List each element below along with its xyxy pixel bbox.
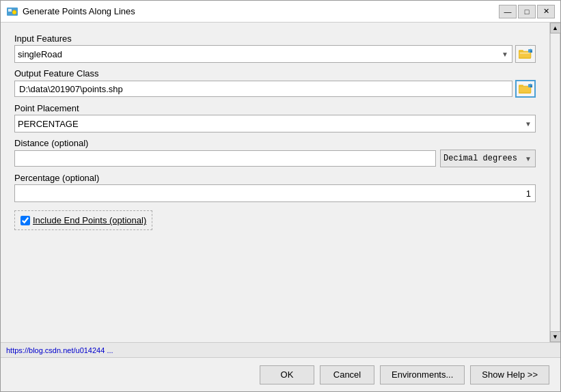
input-features-select-wrapper: singleRoad bbox=[14, 45, 512, 63]
folder-save-icon bbox=[519, 83, 532, 94]
cancel-button[interactable]: Cancel bbox=[320, 365, 374, 384]
percentage-label: Percentage (optional) bbox=[14, 173, 536, 183]
window-controls: — □ ✕ bbox=[499, 5, 555, 18]
output-feature-class-row bbox=[14, 80, 536, 98]
include-end-points-label[interactable]: Include End Points (optional) bbox=[33, 215, 146, 225]
scroll-down-button[interactable]: ▼ bbox=[550, 331, 561, 342]
point-placement-select-wrapper: PERCENTAGE DISTANCE bbox=[14, 115, 536, 132]
status-bar: https://blog.csdn.net/u014244 ... bbox=[1, 342, 560, 357]
folder-open-icon bbox=[519, 48, 532, 59]
input-features-section: Input Features singleRoad bbox=[14, 33, 536, 63]
spacer bbox=[14, 236, 536, 331]
svg-marker-10 bbox=[530, 51, 532, 53]
show-help-button[interactable]: Show Help >> bbox=[470, 365, 549, 384]
window-title: Generate Points Along Lines bbox=[23, 6, 499, 16]
title-bar: Generate Points Along Lines — □ ✕ bbox=[1, 1, 560, 23]
minimize-button[interactable]: — bbox=[499, 5, 517, 18]
distance-section: Distance (optional) Decimal degrees Mete… bbox=[14, 138, 536, 167]
environments-button[interactable]: Environments... bbox=[380, 365, 465, 384]
input-features-row: singleRoad bbox=[14, 45, 536, 63]
output-feature-class-folder-button[interactable] bbox=[515, 80, 536, 98]
output-feature-class-label: Output Feature Class bbox=[14, 68, 536, 79]
percentage-section: Percentage (optional) bbox=[14, 173, 536, 202]
svg-point-2 bbox=[12, 10, 16, 14]
window-icon bbox=[6, 5, 18, 18]
scroll-track[interactable] bbox=[550, 33, 560, 331]
point-placement-label: Point Placement bbox=[14, 103, 536, 113]
window-body: Input Features singleRoad bbox=[1, 23, 560, 342]
scrollbar: ▲ ▼ bbox=[549, 23, 560, 342]
scroll-up-button[interactable]: ▲ bbox=[550, 23, 561, 33]
point-placement-select[interactable]: PERCENTAGE DISTANCE bbox=[14, 115, 536, 132]
input-features-select[interactable]: singleRoad bbox=[14, 45, 512, 63]
svg-rect-1 bbox=[8, 9, 12, 12]
percentage-input[interactable] bbox=[14, 184, 536, 202]
status-url: https://blog.csdn.net/u014244 ... bbox=[6, 346, 113, 354]
maximize-button[interactable]: □ bbox=[518, 5, 536, 18]
close-button[interactable]: ✕ bbox=[537, 5, 555, 18]
include-end-points-row: Include End Points (optional) bbox=[14, 210, 152, 230]
unit-select-wrapper: Decimal degrees Meters Feet Kilometers M… bbox=[440, 150, 536, 167]
bottom-area: https://blog.csdn.net/u014244 ... OK Can… bbox=[1, 342, 560, 391]
main-window: Generate Points Along Lines — □ ✕ Input … bbox=[0, 0, 561, 392]
input-features-folder-button[interactable] bbox=[515, 45, 536, 63]
point-placement-section: Point Placement PERCENTAGE DISTANCE bbox=[14, 103, 536, 132]
distance-row: Decimal degrees Meters Feet Kilometers M… bbox=[14, 150, 536, 167]
output-feature-class-input[interactable] bbox=[14, 81, 512, 97]
output-feature-class-section: Output Feature Class bbox=[14, 68, 536, 98]
main-content: Input Features singleRoad bbox=[1, 23, 549, 342]
distance-label: Distance (optional) bbox=[14, 138, 536, 148]
svg-rect-7 bbox=[520, 53, 530, 54]
svg-marker-16 bbox=[530, 85, 532, 87]
scroll-up-arrow: ▲ bbox=[552, 25, 558, 31]
ok-button[interactable]: OK bbox=[260, 365, 314, 384]
footer: OK Cancel Environments... Show Help >> bbox=[1, 357, 560, 391]
input-features-label: Input Features bbox=[14, 33, 536, 44]
include-end-points-checkbox[interactable] bbox=[20, 216, 30, 225]
unit-select[interactable]: Decimal degrees Meters Feet Kilometers M… bbox=[440, 150, 536, 167]
distance-input[interactable] bbox=[14, 150, 436, 167]
scroll-down-arrow: ▼ bbox=[552, 333, 558, 340]
